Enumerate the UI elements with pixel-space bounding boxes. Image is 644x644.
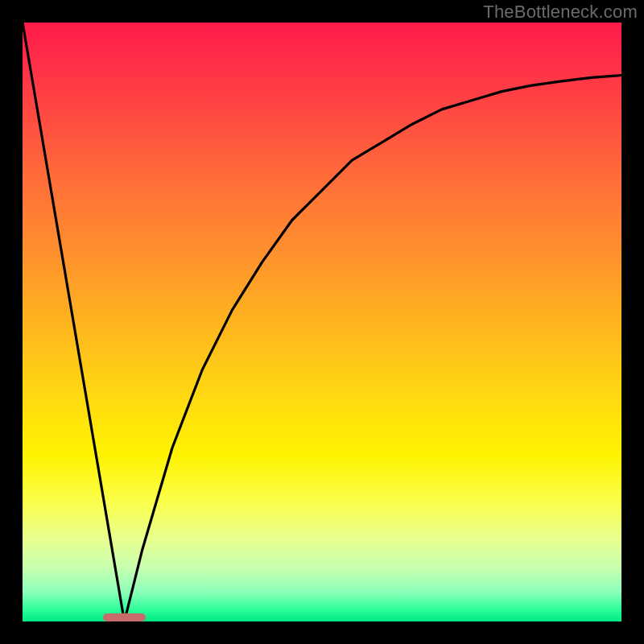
curve-path (23, 23, 621, 621)
chart-stage: TheBottleneck.com (0, 0, 644, 644)
bottleneck-curve (23, 23, 621, 621)
watermark-text: TheBottleneck.com (483, 2, 638, 23)
optimal-marker-pill (103, 613, 145, 621)
plot-area (23, 23, 621, 621)
